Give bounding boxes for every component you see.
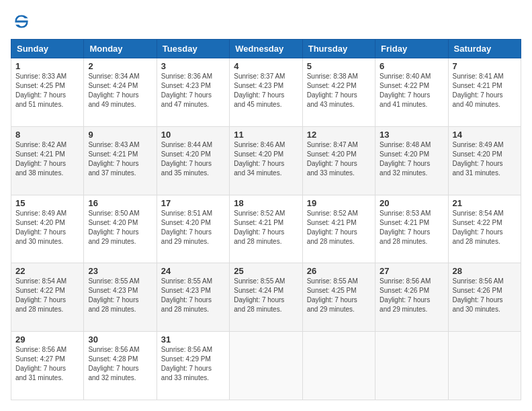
day-number: 5 <box>307 61 371 71</box>
day-number: 29 <box>15 334 79 345</box>
day-number: 1 <box>15 61 79 71</box>
day-info: Sunrise: 8:43 AM Sunset: 4:21 PM Dayligh… <box>88 140 152 178</box>
day-number: 25 <box>234 266 298 276</box>
day-number: 4 <box>234 61 298 71</box>
page: SundayMondayTuesdayWednesdayThursdayFrid… <box>0 0 532 411</box>
day-header-thursday: Thursday <box>302 40 375 58</box>
day-number: 9 <box>88 130 152 140</box>
day-info: Sunrise: 8:36 AM Sunset: 4:23 PM Dayligh… <box>161 72 225 109</box>
calendar-cell: 8Sunrise: 8:42 AM Sunset: 4:21 PM Daylig… <box>11 126 84 195</box>
calendar-cell: 10Sunrise: 8:44 AM Sunset: 4:20 PM Dayli… <box>157 126 229 195</box>
day-number: 22 <box>15 266 79 276</box>
day-info: Sunrise: 8:38 AM Sunset: 4:22 PM Dayligh… <box>307 72 371 109</box>
day-number: 16 <box>88 198 152 208</box>
day-header-monday: Monday <box>84 40 157 58</box>
calendar-week-1: 1Sunrise: 8:33 AM Sunset: 4:25 PM Daylig… <box>11 58 521 127</box>
day-info: Sunrise: 8:48 AM Sunset: 4:20 PM Dayligh… <box>380 140 443 178</box>
calendar-cell <box>230 332 302 400</box>
day-number: 27 <box>380 266 443 276</box>
day-info: Sunrise: 8:52 AM Sunset: 4:21 PM Dayligh… <box>307 209 371 246</box>
day-number: 21 <box>453 198 517 208</box>
logo <box>11 11 35 32</box>
day-number: 19 <box>307 198 371 208</box>
calendar-cell: 1Sunrise: 8:33 AM Sunset: 4:25 PM Daylig… <box>11 58 84 127</box>
day-number: 24 <box>161 266 225 276</box>
day-number: 10 <box>161 130 225 140</box>
day-info: Sunrise: 8:41 AM Sunset: 4:21 PM Dayligh… <box>453 72 517 109</box>
calendar-cell: 19Sunrise: 8:52 AM Sunset: 4:21 PM Dayli… <box>302 195 375 263</box>
calendar-week-3: 15Sunrise: 8:49 AM Sunset: 4:20 PM Dayli… <box>11 195 521 263</box>
calendar-cell <box>448 332 521 400</box>
calendar-cell: 20Sunrise: 8:53 AM Sunset: 4:21 PM Dayli… <box>375 195 448 263</box>
calendar-cell: 28Sunrise: 8:56 AM Sunset: 4:26 PM Dayli… <box>448 263 521 332</box>
day-info: Sunrise: 8:54 AM Sunset: 4:22 PM Dayligh… <box>453 209 517 246</box>
calendar-week-5: 29Sunrise: 8:56 AM Sunset: 4:27 PM Dayli… <box>11 332 521 400</box>
day-info: Sunrise: 8:55 AM Sunset: 4:23 PM Dayligh… <box>161 277 225 314</box>
day-number: 20 <box>380 198 443 208</box>
day-info: Sunrise: 8:56 AM Sunset: 4:28 PM Dayligh… <box>88 345 152 383</box>
calendar-cell: 29Sunrise: 8:56 AM Sunset: 4:27 PM Dayli… <box>11 332 84 400</box>
calendar-cell: 31Sunrise: 8:56 AM Sunset: 4:29 PM Dayli… <box>157 332 229 400</box>
calendar-cell: 24Sunrise: 8:55 AM Sunset: 4:23 PM Dayli… <box>157 263 229 332</box>
calendar-cell: 21Sunrise: 8:54 AM Sunset: 4:22 PM Dayli… <box>448 195 521 263</box>
day-info: Sunrise: 8:49 AM Sunset: 4:20 PM Dayligh… <box>453 140 517 178</box>
calendar-cell: 12Sunrise: 8:47 AM Sunset: 4:20 PM Dayli… <box>302 126 375 195</box>
calendar-week-4: 22Sunrise: 8:54 AM Sunset: 4:22 PM Dayli… <box>11 263 521 332</box>
day-info: Sunrise: 8:51 AM Sunset: 4:20 PM Dayligh… <box>161 209 225 246</box>
day-number: 14 <box>453 130 517 140</box>
calendar-cell: 15Sunrise: 8:49 AM Sunset: 4:20 PM Dayli… <box>11 195 84 263</box>
calendar-cell: 16Sunrise: 8:50 AM Sunset: 4:20 PM Dayli… <box>84 195 157 263</box>
calendar-cell: 4Sunrise: 8:37 AM Sunset: 4:23 PM Daylig… <box>230 58 302 127</box>
calendar-cell: 23Sunrise: 8:55 AM Sunset: 4:23 PM Dayli… <box>84 263 157 332</box>
day-info: Sunrise: 8:44 AM Sunset: 4:20 PM Dayligh… <box>161 140 225 178</box>
calendar-cell: 2Sunrise: 8:34 AM Sunset: 4:24 PM Daylig… <box>84 58 157 127</box>
day-info: Sunrise: 8:55 AM Sunset: 4:23 PM Dayligh… <box>88 277 152 314</box>
calendar-cell <box>302 332 375 400</box>
calendar-cell: 13Sunrise: 8:48 AM Sunset: 4:20 PM Dayli… <box>375 126 448 195</box>
day-number: 30 <box>88 334 152 345</box>
day-number: 26 <box>307 266 371 276</box>
day-number: 8 <box>15 130 79 140</box>
calendar-cell: 11Sunrise: 8:46 AM Sunset: 4:20 PM Dayli… <box>230 126 302 195</box>
header <box>11 11 521 32</box>
calendar-cell: 18Sunrise: 8:52 AM Sunset: 4:21 PM Dayli… <box>230 195 302 263</box>
calendar-week-2: 8Sunrise: 8:42 AM Sunset: 4:21 PM Daylig… <box>11 126 521 195</box>
calendar-table: SundayMondayTuesdayWednesdayThursdayFrid… <box>11 39 521 400</box>
day-info: Sunrise: 8:56 AM Sunset: 4:26 PM Dayligh… <box>380 277 443 314</box>
day-header-sunday: Sunday <box>11 40 84 58</box>
calendar-cell: 6Sunrise: 8:40 AM Sunset: 4:22 PM Daylig… <box>375 58 448 127</box>
day-info: Sunrise: 8:34 AM Sunset: 4:24 PM Dayligh… <box>88 72 152 109</box>
day-info: Sunrise: 8:53 AM Sunset: 4:21 PM Dayligh… <box>380 209 443 246</box>
day-info: Sunrise: 8:55 AM Sunset: 4:24 PM Dayligh… <box>234 277 298 314</box>
calendar-cell: 22Sunrise: 8:54 AM Sunset: 4:22 PM Dayli… <box>11 263 84 332</box>
day-number: 17 <box>161 198 225 208</box>
calendar-cell: 3Sunrise: 8:36 AM Sunset: 4:23 PM Daylig… <box>157 58 229 127</box>
day-number: 11 <box>234 130 298 140</box>
calendar-cell: 30Sunrise: 8:56 AM Sunset: 4:28 PM Dayli… <box>84 332 157 400</box>
day-info: Sunrise: 8:56 AM Sunset: 4:26 PM Dayligh… <box>453 277 517 314</box>
day-info: Sunrise: 8:55 AM Sunset: 4:25 PM Dayligh… <box>307 277 371 314</box>
calendar-cell: 9Sunrise: 8:43 AM Sunset: 4:21 PM Daylig… <box>84 126 157 195</box>
calendar-cell: 5Sunrise: 8:38 AM Sunset: 4:22 PM Daylig… <box>302 58 375 127</box>
day-info: Sunrise: 8:37 AM Sunset: 4:23 PM Dayligh… <box>234 72 298 109</box>
day-number: 12 <box>307 130 371 140</box>
day-info: Sunrise: 8:52 AM Sunset: 4:21 PM Dayligh… <box>234 209 298 246</box>
day-number: 6 <box>380 61 443 71</box>
calendar-cell: 25Sunrise: 8:55 AM Sunset: 4:24 PM Dayli… <box>230 263 302 332</box>
calendar-cell: 7Sunrise: 8:41 AM Sunset: 4:21 PM Daylig… <box>448 58 521 127</box>
day-number: 2 <box>88 61 152 71</box>
day-number: 18 <box>234 198 298 208</box>
calendar-cell: 14Sunrise: 8:49 AM Sunset: 4:20 PM Dayli… <box>448 126 521 195</box>
day-number: 13 <box>380 130 443 140</box>
calendar-cell <box>375 332 448 400</box>
day-info: Sunrise: 8:47 AM Sunset: 4:20 PM Dayligh… <box>307 140 371 178</box>
day-info: Sunrise: 8:56 AM Sunset: 4:27 PM Dayligh… <box>15 345 79 383</box>
day-info: Sunrise: 8:54 AM Sunset: 4:22 PM Dayligh… <box>15 277 79 314</box>
day-info: Sunrise: 8:49 AM Sunset: 4:20 PM Dayligh… <box>15 209 79 246</box>
day-info: Sunrise: 8:46 AM Sunset: 4:20 PM Dayligh… <box>234 140 298 178</box>
day-number: 7 <box>453 61 517 71</box>
day-number: 15 <box>15 198 79 208</box>
day-number: 31 <box>161 334 225 345</box>
day-number: 23 <box>88 266 152 276</box>
day-header-friday: Friday <box>375 40 448 58</box>
